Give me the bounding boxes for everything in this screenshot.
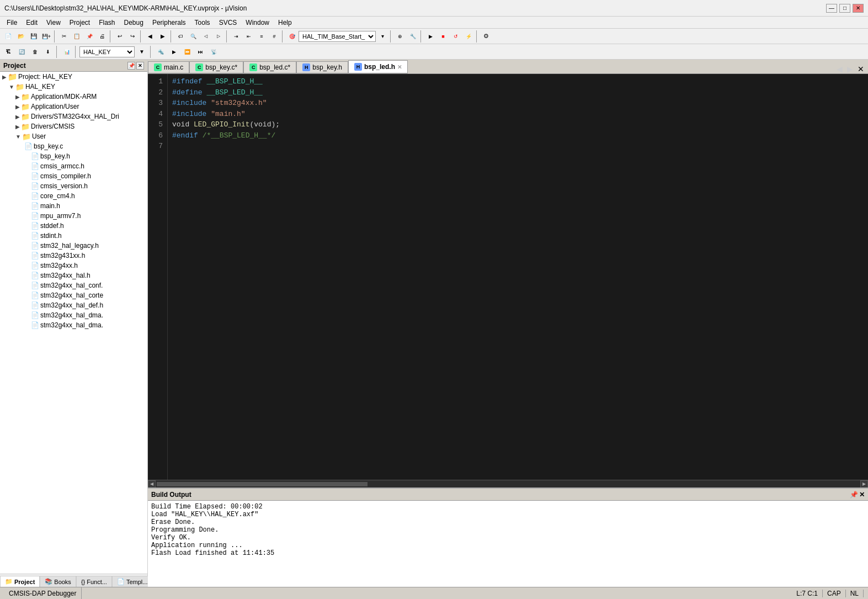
scroll-track[interactable] (157, 482, 859, 486)
tree-folder-app-user[interactable]: ▶ 📁 Application/User (0, 102, 147, 112)
project-tree[interactable]: ▶ 📁 Project: HAL_KEY ▼ 📁 HAL_KEY ▶ 📁 App… (0, 72, 147, 574)
project-tab-books[interactable]: 📚 Books (40, 576, 76, 587)
back-btn[interactable]: ◀ (144, 30, 156, 43)
tab-bspkeyc[interactable]: C bsp_key.c* (189, 61, 243, 73)
project-tab-funct[interactable]: {} Funct... (76, 576, 112, 587)
cut-btn[interactable]: ✂ (58, 30, 70, 43)
project-panel-pin[interactable]: 📌 (127, 62, 135, 70)
menu-help[interactable]: Help (274, 18, 296, 28)
tab-scroll-left[interactable]: ◀ (835, 65, 844, 73)
menu-edit[interactable]: Edit (22, 18, 42, 28)
tab-bspledh[interactable]: H bsp_led.h ✕ (348, 60, 408, 73)
menu-project[interactable]: Project (65, 18, 94, 28)
scroll-left-btn[interactable]: ◀ (148, 480, 156, 488)
print-btn[interactable]: 🖨 (96, 30, 108, 43)
tab-close-all[interactable]: ✕ (856, 65, 866, 73)
tree-root[interactable]: ▶ 📁 Project: HAL_KEY (0, 72, 147, 82)
outdent-btn[interactable]: ⇤ (243, 30, 255, 43)
tab-scroll-right[interactable]: ▶ (845, 65, 855, 73)
project-tab-templ[interactable]: 📄 Templ... (112, 576, 153, 587)
tree-file-stm32g4xx-hal-conf[interactable]: 📄 stm32g4xx_hal_conf. (0, 280, 147, 290)
tree-file-bspkeyc[interactable]: 📄 bsp_key.c (0, 141, 147, 151)
open-btn[interactable]: 📂 (15, 30, 27, 43)
dbg2-btn[interactable]: ⏩ (181, 46, 193, 58)
build-close-btn[interactable]: ✕ (859, 491, 865, 499)
reset-btn[interactable]: ↺ (450, 30, 462, 43)
prev-loc-btn[interactable]: ◁ (200, 30, 212, 43)
flash-btn[interactable]: ⚡ (462, 30, 475, 43)
paste-btn[interactable]: 📌 (83, 30, 95, 43)
menu-tools[interactable]: Tools (190, 18, 215, 28)
tree-file-stm32g4xx-hal-corte[interactable]: 📄 stm32g4xx_hal_corte (0, 290, 147, 300)
tree-file-stm32g4xx-hal-dma2[interactable]: 📄 stm32g4xx_hal_dma. (0, 320, 147, 330)
project-tab-project[interactable]: 📁 Project (0, 576, 40, 587)
tree-file-cmsis-armcc[interactable]: 📄 cmsis_armcc.h (0, 161, 147, 171)
tree-file-stm32g4xx-hal-def[interactable]: 📄 stm32g4xx_hal_def.h (0, 300, 147, 310)
copy-btn[interactable]: 📋 (71, 30, 83, 43)
menu-flash[interactable]: Flash (94, 18, 119, 28)
build-pin-btn[interactable]: 📌 (850, 491, 858, 499)
tree-file-mpu-armv7[interactable]: 📄 mpu_armv7.h (0, 211, 147, 221)
tree-file-stm32g431xx[interactable]: 📄 stm32g431xx.h (0, 251, 147, 261)
tree-file-stdint[interactable]: 📄 stdint.h (0, 231, 147, 241)
scroll-thumb[interactable] (157, 482, 368, 486)
forward-btn[interactable]: ▶ (157, 30, 169, 43)
dbg1-btn[interactable]: ▶ (168, 46, 180, 58)
target-combo-arrow[interactable]: ▼ (136, 46, 148, 58)
dbg4-btn[interactable]: 📡 (207, 46, 220, 58)
code-content[interactable]: #ifndef __BSP_LED_H__ #define __BSP_LED_… (168, 74, 868, 480)
tab-bspkeyh[interactable]: H bsp_key.h (296, 61, 348, 73)
perf-btn[interactable]: 📊 (61, 46, 73, 58)
tree-file-core-cm4[interactable]: 📄 core_cm4.h (0, 191, 147, 201)
stop-btn[interactable]: ■ (437, 30, 449, 43)
target-combo[interactable]: HAL_KEY (79, 46, 135, 57)
tree-folder-cmsis[interactable]: ▶ 📁 Drivers/CMSIS (0, 121, 147, 131)
build-btn[interactable]: 🏗 (2, 46, 14, 58)
tree-file-stm32g4xx[interactable]: 📄 stm32g4xx.h (0, 261, 147, 271)
settings-btn[interactable]: ⚙ (480, 30, 492, 43)
clean-btn[interactable]: 🗑 (29, 46, 41, 58)
menu-file[interactable]: File (2, 18, 22, 28)
col-btn[interactable]: # (268, 30, 280, 43)
tree-folder-mdk-arm[interactable]: ▶ 📁 Application/MDK-ARM (0, 92, 147, 102)
editor-scrollbar[interactable]: ◀ ▶ (148, 480, 868, 487)
menu-window[interactable]: Window (241, 18, 274, 28)
tree-file-mainh[interactable]: 📄 main.h (0, 201, 147, 211)
redo-btn[interactable]: ↪ (126, 30, 139, 43)
tree-folder-user[interactable]: ▼ 📁 User (0, 131, 147, 141)
tree-file-cmsis-version[interactable]: 📄 cmsis_version.h (0, 181, 147, 191)
tree-group-halkey[interactable]: ▼ 📁 HAL_KEY (0, 82, 147, 92)
target2-btn[interactable]: ⊕ (394, 30, 406, 43)
tab-mainc[interactable]: C main.c (148, 61, 189, 73)
menu-view[interactable]: View (42, 18, 65, 28)
indent-btn[interactable]: ⇥ (230, 30, 242, 43)
dbg3-btn[interactable]: ⏭ (194, 46, 206, 58)
code-editor[interactable]: 1 2 3 4 5 6 7 #ifndef __BSP_LED_H__ #def… (148, 74, 868, 480)
tree-file-stddef[interactable]: 📄 stddef.h (0, 221, 147, 231)
tree-file-stm32g4xx-hal-dma1[interactable]: 📄 stm32g4xx_hal_dma. (0, 310, 147, 320)
maximize-button[interactable]: □ (839, 4, 850, 13)
close-button[interactable]: ✕ (853, 4, 864, 13)
format-btn[interactable]: ≡ (255, 30, 268, 43)
menu-debug[interactable]: Debug (120, 18, 148, 28)
menu-svcs[interactable]: SVCS (215, 18, 242, 28)
ext-tools-btn[interactable]: 🔩 (155, 46, 167, 58)
save-btn[interactable]: 💾 (28, 30, 40, 43)
tree-file-stm32-hal-legacy[interactable]: 📄 stm32_hal_legacy.h (0, 241, 147, 251)
bookmark-btn[interactable]: 🏷 (174, 30, 187, 43)
debug-btn[interactable]: 🔧 (407, 30, 419, 43)
save-all-btn[interactable]: 💾+ (40, 30, 52, 43)
function-combo[interactable]: HAL_TIM_Base_Start_IT (299, 31, 376, 42)
tree-file-stm32g4xx-hal[interactable]: 📄 stm32g4xx_hal.h (0, 271, 147, 280)
tree-file-bspkeyh[interactable]: 📄 bsp_key.h (0, 151, 147, 161)
scroll-right-btn[interactable]: ▶ (860, 480, 868, 488)
rebuild-btn[interactable]: 🔄 (15, 46, 28, 58)
tab-bspledc[interactable]: C bsp_led.c* (243, 61, 296, 73)
next-loc-btn[interactable]: ▷ (212, 30, 225, 43)
target-options-btn[interactable]: ▾ (376, 30, 388, 43)
target-select-btn[interactable]: 🎯 (286, 30, 298, 43)
tree-file-cmsis-compiler[interactable]: 📄 cmsis_compiler.h (0, 171, 147, 181)
download-btn[interactable]: ⬇ (42, 46, 54, 58)
minimize-button[interactable]: — (826, 4, 837, 13)
menu-peripherals[interactable]: Peripherals (148, 18, 190, 28)
